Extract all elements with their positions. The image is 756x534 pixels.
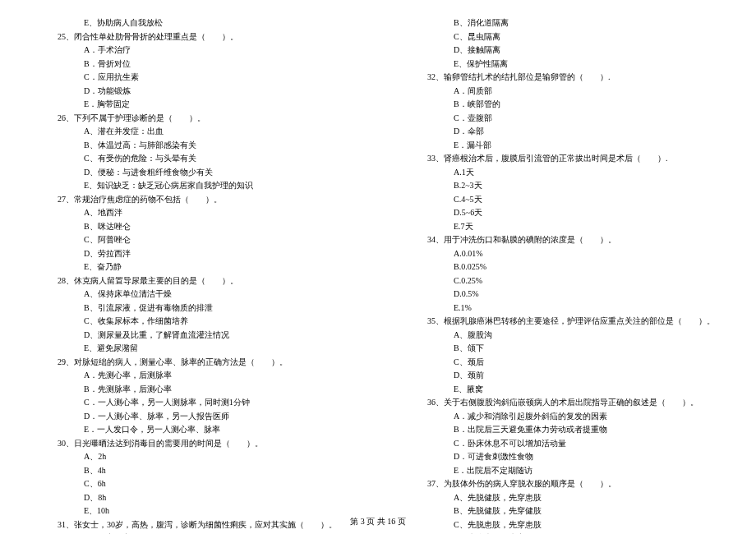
option-line: A、先脱健肢，先穿患肢: [427, 491, 715, 505]
question-line: 32、输卵管结扎术的结扎部位是输卵管的（ ）.: [427, 71, 715, 85]
question-line: 28、休克病人留置导尿最主要的目的是（ ）。: [58, 274, 345, 288]
question-line: 29、对脉短绌的病人，测量心率、脉率的正确方法是（ ）。: [58, 356, 345, 370]
option-line: B．先测脉率，后测心率: [58, 383, 345, 397]
question-line: 36、关于右侧腹股沟斜疝嵌顿病人的术后出院指导正确的叙述是（ ）。: [427, 396, 715, 410]
option-line: C、昆虫隔离: [427, 30, 715, 44]
option-line: A．先测心率，后测脉率: [58, 369, 345, 383]
option-line: A、保持床单位清洁干燥: [58, 288, 345, 302]
option-line: D、便秘：与进食粗纤维食物少有关: [58, 166, 345, 180]
option-line: B．峡部管的: [427, 98, 715, 112]
option-line: B.0.025%: [427, 260, 715, 274]
option-line: A．手术治疗: [58, 44, 345, 58]
option-line: A、地西泮: [58, 206, 345, 220]
right-column: B、消化道隔离C、昆虫隔离D、接触隔离E、保护性隔离32、输卵管结扎术的结扎部位…: [427, 16, 715, 534]
option-line: D．一人测心率、脉率，另一人报告医师: [58, 410, 345, 424]
option-line: B．出院后三天避免重体力劳动或者提重物: [427, 423, 715, 437]
question-line: 25、闭合性单处肋骨骨折的处理重点是（ ）。: [58, 30, 345, 44]
option-line: A．减少和消除引起腹外斜疝的复发的因素: [427, 410, 715, 424]
option-line: D、接触隔离: [427, 44, 715, 58]
option-line: E、保护性隔离: [427, 58, 715, 71]
option-line: A、腹股沟: [427, 329, 715, 343]
option-line: C、收集尿标本，作细菌培养: [58, 315, 345, 329]
question-line: 30、日光曝晒法达到消毒目的需要用的时间是（ ）。: [58, 437, 345, 451]
option-line: D、劳拉西泮: [58, 247, 345, 261]
option-line: C、有受伤的危险：与头晕有关: [58, 152, 345, 166]
option-line: D．伞部: [427, 125, 715, 139]
option-line: C.4~5天: [427, 193, 715, 207]
option-line: D．可进食刺激性食物: [427, 450, 715, 464]
option-line: B、颌下: [427, 342, 715, 356]
option-line: E、奋乃静: [58, 260, 345, 274]
option-line: B.2~3天: [427, 179, 715, 193]
question-line: 34、用于冲洗伤口和黏膜的碘附的浓度是（ ）。: [427, 233, 715, 247]
option-line: D、测尿量及比重，了解肾血流灌注情况: [58, 329, 345, 343]
option-line: E、腋窝: [427, 383, 715, 397]
option-line: D、8h: [58, 491, 345, 505]
option-line: B、引流尿液，促进有毒物质的排泄: [58, 302, 345, 315]
option-line: E、避免尿潴留: [58, 342, 345, 356]
question-line: 33、肾癌根治术后，腹膜后引流管的正常拔出时间是术后（ ）.: [427, 152, 715, 166]
option-line: C、6h: [58, 477, 345, 491]
option-line: D.5~6天: [427, 206, 715, 220]
option-line: B、消化道隔离: [427, 16, 715, 30]
option-line: A、潜在并发症：出血: [58, 125, 345, 139]
option-line: E．漏斗部: [427, 139, 715, 153]
option-line: C．一人测心率，另一人测脉率，同时测1分钟: [58, 396, 345, 410]
question-line: 35、根据乳腺癌淋巴转移的主要途径，护理评估应重点关注的部位是（ ）。: [427, 315, 715, 329]
question-line: 37、为肢体外伤的病人穿脱衣服的顺序是（ ）。: [427, 477, 715, 491]
option-line: E.1%: [427, 302, 715, 315]
option-line: A、2h: [58, 450, 345, 464]
option-line: C．壶腹部: [427, 112, 715, 126]
option-line: D.0.5%: [427, 288, 715, 302]
option-line: E．胸带固定: [58, 98, 345, 112]
option-line: E、知识缺乏：缺乏冠心病居家自我护理的知识: [58, 179, 345, 193]
option-line: C.0.25%: [427, 274, 715, 288]
option-line: C、阿普唑仑: [58, 233, 345, 247]
option-line: D．功能锻炼: [58, 85, 345, 99]
option-line: E．一人发口令，另一人测心率、脉率: [58, 423, 345, 437]
question-line: 26、下列不属于护理诊断的是（ ）。: [58, 112, 345, 126]
option-line: B、咪达唑仑: [58, 220, 345, 234]
option-line: E.7天: [427, 220, 715, 234]
option-line: E．出院后不定期随访: [427, 464, 715, 478]
option-line: B、体温过高：与肺部感染有关: [58, 139, 345, 153]
option-line: C．卧床休息不可以增加活动量: [427, 437, 715, 451]
left-column: E、协助病人自我放松25、闭合性单处肋骨骨折的处理重点是（ ）。A．手术治疗B．…: [58, 16, 345, 534]
option-line: B、4h: [58, 464, 345, 478]
option-line: C、颈后: [427, 356, 715, 370]
option-line: A.1天: [427, 166, 715, 180]
option-line: A.0.01%: [427, 247, 715, 261]
option-line: B．骨折对位: [58, 58, 345, 71]
option-line: A．间质部: [427, 85, 715, 99]
content-columns: E、协助病人自我放松25、闭合性单处肋骨骨折的处理重点是（ ）。A．手术治疗B．…: [58, 16, 715, 534]
option-line: D、颈前: [427, 369, 715, 383]
option-line: E、协助病人自我放松: [58, 16, 345, 30]
question-line: 27、常规治疗焦虑症的药物不包括（ ）。: [58, 193, 345, 207]
option-line: C．应用抗生素: [58, 71, 345, 85]
page-footer: 第 3 页 共 16 页: [0, 516, 756, 527]
